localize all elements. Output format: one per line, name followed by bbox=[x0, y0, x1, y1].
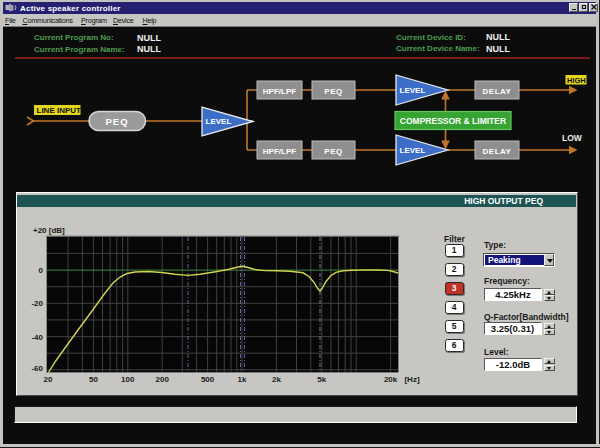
svg-text:HIGH: HIGH bbox=[567, 76, 586, 85]
svg-text:COMPRESSOR & LIMITER: COMPRESSOR & LIMITER bbox=[400, 116, 506, 126]
svg-text:PEQ: PEQ bbox=[324, 87, 342, 96]
svg-text:LEVEL: LEVEL bbox=[400, 86, 426, 95]
svg-text:DELAY: DELAY bbox=[483, 147, 512, 156]
svg-text:PEQ: PEQ bbox=[105, 116, 128, 127]
svg-text:HPF/LPF: HPF/LPF bbox=[263, 87, 296, 96]
svg-text:LEVEL: LEVEL bbox=[400, 146, 426, 155]
svg-text:PEQ: PEQ bbox=[324, 147, 342, 156]
svg-text:LEVEL: LEVEL bbox=[206, 117, 232, 126]
svg-text:LOW: LOW bbox=[562, 133, 583, 143]
svg-text:DELAY: DELAY bbox=[483, 87, 512, 96]
svg-text:LINE INPUT: LINE INPUT bbox=[37, 106, 82, 115]
svg-text:HPF/LPF: HPF/LPF bbox=[263, 147, 296, 156]
